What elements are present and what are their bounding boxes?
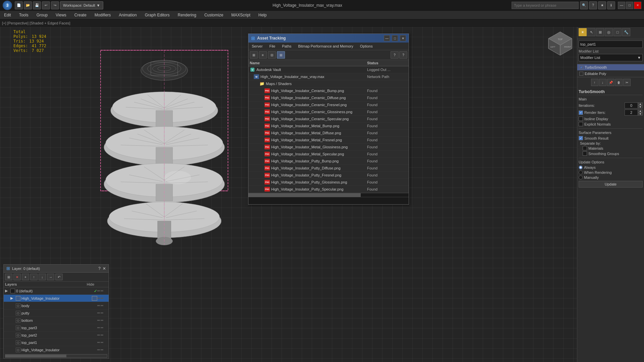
asset-row-png-11[interactable]: PNG High_Voltage_Insulator_Putty_Diffuse…: [248, 165, 409, 172]
search-button[interactable]: 🔍: [580, 1, 588, 9]
layer-vis-insulator[interactable]: [16, 296, 20, 301]
asset-menu-options[interactable]: Options: [357, 44, 376, 49]
asset-row-png-3[interactable]: PNG High_Voltage_Insulator_Ceramic_Gloss…: [248, 108, 409, 116]
asset-row-vault[interactable]: V Autodesk Vault Logged Out ...: [248, 66, 409, 73]
layer-row-top1[interactable]: ◇ top_part1: [4, 339, 109, 346]
right-icon-cursor[interactable]: ↖: [587, 28, 595, 36]
asset-menu-file[interactable]: File: [266, 44, 279, 49]
asset-help-btn-1[interactable]: ?: [391, 51, 399, 59]
layers-tb-btn-2[interactable]: ✕: [13, 274, 21, 280]
layer-box-insulator[interactable]: [92, 296, 97, 301]
smoothing-groups-checkbox[interactable]: [583, 151, 587, 156]
layer-row-top3[interactable]: ◇ top_part3: [4, 324, 109, 332]
menu-rendering[interactable]: Rendering: [174, 11, 200, 19]
undo-button[interactable]: ↩: [42, 1, 50, 9]
asset-row-png-6[interactable]: PNG High_Voltage_Insulator_Metal_Diffuse…: [248, 130, 409, 137]
layers-panel-help[interactable]: ?: [98, 266, 101, 271]
mod-icon-5[interactable]: ✂: [623, 79, 631, 86]
asset-row-png-10[interactable]: PNG High_Voltage_Insulator_Putty_Bump.pn…: [248, 158, 409, 165]
menu-animation[interactable]: Animation: [115, 11, 141, 19]
menu-views[interactable]: Views: [52, 11, 70, 19]
render-iters-input[interactable]: [625, 110, 638, 116]
right-icon-sun[interactable]: ☀: [579, 28, 587, 36]
asset-row-png-12[interactable]: PNG High_Voltage_Insulator_Putty_Fresnel…: [248, 172, 409, 179]
layers-tb-btn-6[interactable]: →: [47, 274, 54, 280]
layer-row-body[interactable]: ◇ body: [4, 302, 109, 309]
menu-create[interactable]: Create: [70, 11, 91, 19]
asset-row-png-0[interactable]: PNG High_Voltage_Insulator_Ceramic_Bump.…: [248, 87, 409, 94]
maximize-button[interactable]: □: [626, 2, 633, 9]
iterations-down[interactable]: ▼: [638, 105, 643, 108]
asset-tb-btn-4[interactable]: ⊞: [277, 51, 285, 59]
asset-row-png-2[interactable]: PNG High_Voltage_Insulator_Ceramic_Fresn…: [248, 101, 409, 108]
asset-tb-btn-3[interactable]: ⊟: [268, 51, 276, 59]
right-icon-display[interactable]: □: [613, 28, 622, 36]
asset-tb-btn-2[interactable]: ≡: [259, 51, 267, 59]
layer-row-bottom[interactable]: ◇ bottom: [4, 317, 109, 324]
iterations-spinner[interactable]: ▲ ▼: [638, 102, 643, 108]
menu-customize[interactable]: Customize: [200, 11, 227, 19]
menu-maxscript[interactable]: MAXScript: [227, 11, 254, 19]
menu-modifiers[interactable]: Modifiers: [91, 11, 115, 19]
always-radio[interactable]: [579, 165, 583, 169]
render-iters-up[interactable]: ▲: [638, 110, 643, 113]
asset-restore-button[interactable]: □: [392, 35, 398, 41]
layer-row-default[interactable]: ▶ 0 (default) ✓: [4, 287, 109, 295]
info-button[interactable]: ℹ: [607, 1, 615, 9]
update-button[interactable]: Update: [579, 181, 643, 188]
mod-icon-4[interactable]: 🗑: [615, 79, 623, 86]
modifier-item-turbosmooth[interactable]: ✓ TurboSmooth: [577, 64, 644, 71]
iterations-input[interactable]: [625, 102, 638, 108]
star-button[interactable]: ★: [598, 1, 606, 9]
materials-checkbox[interactable]: [583, 146, 587, 150]
render-iters-spinner[interactable]: ▲ ▼: [638, 110, 643, 116]
layers-tb-btn-7[interactable]: ↶: [55, 274, 63, 280]
close-button[interactable]: ✕: [634, 2, 641, 9]
layers-tb-btn-1[interactable]: ⊞: [5, 274, 12, 280]
modifier-turbosmooth-check[interactable]: ✓: [579, 65, 583, 69]
modifier-name-input[interactable]: [579, 41, 643, 48]
layer-row-top2[interactable]: ◇ top_part2: [4, 332, 109, 339]
layer-vis-default[interactable]: [10, 289, 15, 293]
minimize-button[interactable]: —: [618, 2, 625, 9]
right-icon-motion[interactable]: ◎: [605, 28, 613, 36]
modifier-list-dropdown[interactable]: Modifier List ▼: [579, 54, 643, 61]
layers-tb-btn-3[interactable]: +: [22, 274, 29, 280]
asset-menu-server[interactable]: Server: [248, 44, 266, 49]
redo-button[interactable]: ↪: [51, 1, 59, 9]
layer-row-hv[interactable]: ◇ High_Voltage_Insulator: [4, 346, 109, 354]
menu-tools[interactable]: Tools: [15, 11, 33, 19]
asset-row-png-7[interactable]: PNG High_Voltage_Insulator_Metal_Fresnel…: [248, 137, 409, 144]
modifier-editpoly-check[interactable]: [579, 72, 583, 76]
asset-row-png-14[interactable]: PNG High_Voltage_Insulator_Putty_Specula…: [248, 186, 409, 193]
open-button[interactable]: 📂: [24, 1, 32, 9]
asset-row-png-8[interactable]: PNG High_Voltage_Insulator_Metal_Glossin…: [248, 144, 409, 151]
help-button[interactable]: ?: [589, 1, 597, 9]
layers-scrollbar[interactable]: [5, 354, 107, 358]
viewport-area[interactable]: Total Polys: 13 924 Tris: 13 924 Edges: …: [0, 27, 577, 362]
mod-icon-2[interactable]: ↓: [599, 79, 606, 86]
isoline-checkbox[interactable]: [579, 117, 583, 121]
asset-row-png-5[interactable]: PNG High_Voltage_Insulator_Metal_Bump.pn…: [248, 123, 409, 130]
new-button[interactable]: 📄: [15, 1, 23, 9]
asset-tb-btn-1[interactable]: ⊞: [250, 51, 258, 59]
asset-row-png-9[interactable]: PNG High_Voltage_Insulator_Metal_Specula…: [248, 151, 409, 158]
asset-menu-paths[interactable]: Paths: [279, 44, 295, 49]
menu-help[interactable]: Help: [254, 11, 271, 19]
asset-minimize-button[interactable]: —: [384, 35, 390, 41]
menu-graph-editors[interactable]: Graph Editors: [141, 11, 174, 19]
asset-row-maps[interactable]: 📁 Maps / Shaders: [248, 80, 409, 87]
manually-radio[interactable]: [579, 175, 583, 179]
mod-icon-3[interactable]: 📌: [607, 79, 614, 86]
render-iters-checkbox[interactable]: [579, 111, 583, 115]
layers-tb-btn-4[interactable]: ↑: [30, 274, 38, 280]
navigation-cube[interactable]: TOP LEFT FRONT: [547, 30, 574, 57]
asset-help-btn-2[interactable]: ?: [399, 51, 407, 59]
menu-group[interactable]: Group: [33, 11, 52, 19]
render-iters-down[interactable]: ▼: [638, 113, 643, 116]
search-input[interactable]: [512, 2, 579, 9]
asset-scrollbar-h[interactable]: [248, 193, 409, 197]
asset-row-maxfile[interactable]: M High_Voltage_Insulator_max_vray.max Ne…: [248, 73, 409, 80]
asset-menu-bitmap[interactable]: Bitmap Performance and Memory: [295, 44, 356, 49]
modifier-item-editable-poly[interactable]: Editable Poly: [577, 71, 644, 77]
